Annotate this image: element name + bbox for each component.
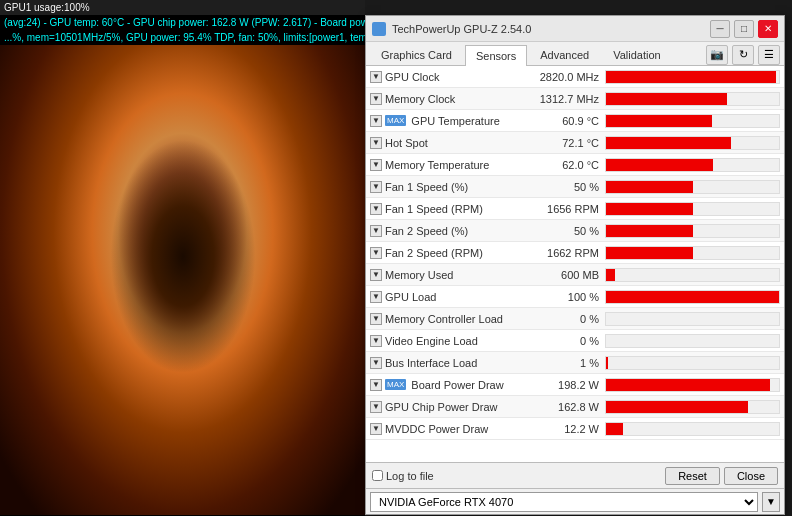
window-controls: ─ □ ✕ (710, 20, 778, 38)
sensor-name-text: Hot Spot (385, 137, 428, 149)
minimize-button[interactable]: ─ (710, 20, 730, 38)
menu-icon-button[interactable]: ☰ (758, 45, 780, 65)
sensor-value-cell: 72.1 °C (525, 137, 605, 149)
sensor-value-cell: 1 % (525, 357, 605, 369)
sensor-bar (606, 269, 615, 281)
sensor-value-cell: 50 % (525, 181, 605, 193)
sensor-row: ▼Memory Temperature62.0 °C (366, 154, 784, 176)
sensor-name-cell: ▼Memory Temperature (370, 159, 525, 171)
sensor-dropdown-btn[interactable]: ▼ (370, 247, 382, 259)
sensor-name-cell: ▼Fan 1 Speed (%) (370, 181, 525, 193)
sensor-name-text: Memory Used (385, 269, 453, 281)
sensor-dropdown-btn[interactable]: ▼ (370, 159, 382, 171)
sensor-dropdown-btn[interactable]: ▼ (370, 423, 382, 435)
sensor-bar (606, 159, 713, 171)
sensor-bar (606, 247, 693, 259)
sensor-dropdown-btn[interactable]: ▼ (370, 181, 382, 193)
sensor-value-cell: 0 % (525, 335, 605, 347)
sensor-bar (606, 357, 608, 369)
app-icon (372, 22, 386, 36)
sensor-value-cell: 1312.7 MHz (525, 93, 605, 105)
sensor-value-cell: 198.2 W (525, 379, 605, 391)
gpu-arrow-button[interactable]: ▼ (762, 492, 780, 512)
sensor-name-cell: ▼Memory Clock (370, 93, 525, 105)
sensor-row: ▼Video Engine Load0 % (366, 330, 784, 352)
sensor-row: ▼MAXBoard Power Draw198.2 W (366, 374, 784, 396)
refresh-icon-button[interactable]: ↻ (732, 45, 754, 65)
gpu-stats-line2: ...%, mem=10501MHz/5%, GPU power: 95.4% … (0, 30, 365, 45)
sensor-row: ▼GPU Chip Power Draw162.8 W (366, 396, 784, 418)
sensor-name-cell: ▼MAXBoard Power Draw (370, 379, 525, 391)
tab-graphics-card[interactable]: Graphics Card (370, 44, 463, 65)
log-to-file-label[interactable]: Log to file (372, 470, 434, 482)
sensor-dropdown-btn[interactable]: ▼ (370, 357, 382, 369)
tab-sensors[interactable]: Sensors (465, 45, 527, 66)
sensor-bar-container (605, 224, 780, 238)
sensor-name-text: Fan 1 Speed (%) (385, 181, 468, 193)
sensor-bar-container (605, 268, 780, 282)
sensor-name-text: GPU Load (385, 291, 436, 303)
tab-advanced[interactable]: Advanced (529, 44, 600, 65)
sensor-bar (606, 423, 623, 435)
sensor-name-text: GPU Clock (385, 71, 439, 83)
camera-icon-button[interactable]: 📷 (706, 45, 728, 65)
sensor-value-cell: 1662 RPM (525, 247, 605, 259)
reset-button[interactable]: Reset (665, 467, 720, 485)
gpu-usage-bar: GPU1 usage:100% (0, 0, 365, 15)
sensor-name-cell: ▼GPU Load (370, 291, 525, 303)
sensor-bar (606, 115, 712, 127)
sensor-dropdown-btn[interactable]: ▼ (370, 401, 382, 413)
sensor-bar-container (605, 400, 780, 414)
sensor-name-cell: ▼GPU Clock (370, 71, 525, 83)
sensor-bar-container (605, 70, 780, 84)
sensor-name-cell: ▼Hot Spot (370, 137, 525, 149)
sensor-dropdown-btn[interactable]: ▼ (370, 115, 382, 127)
sensor-dropdown-btn[interactable]: ▼ (370, 93, 382, 105)
log-to-file-checkbox[interactable] (372, 470, 383, 481)
sensor-name-cell: ▼Bus Interface Load (370, 357, 525, 369)
sensor-value-cell: 162.8 W (525, 401, 605, 413)
sensor-name-text: GPU Temperature (411, 115, 499, 127)
sensor-bar-container (605, 202, 780, 216)
sensor-dropdown-btn[interactable]: ▼ (370, 313, 382, 325)
sensor-name-cell: ▼Memory Used (370, 269, 525, 281)
sensor-dropdown-btn[interactable]: ▼ (370, 379, 382, 391)
sensor-dropdown-btn[interactable]: ▼ (370, 291, 382, 303)
gpu-select[interactable]: NVIDIA GeForce RTX 4070 (370, 492, 758, 512)
sensor-name-cell: ▼MAXGPU Temperature (370, 115, 525, 127)
sensor-name-text: Memory Controller Load (385, 313, 503, 325)
sensor-bar (606, 401, 748, 413)
sensor-dropdown-btn[interactable]: ▼ (370, 203, 382, 215)
sensor-dropdown-btn[interactable]: ▼ (370, 71, 382, 83)
sensor-name-cell: ▼Fan 1 Speed (RPM) (370, 203, 525, 215)
gpuz-window: TechPowerUp GPU-Z 2.54.0 ─ □ ✕ Graphics … (365, 15, 785, 515)
sensor-row: ▼Fan 1 Speed (%)50 % (366, 176, 784, 198)
close-button[interactable]: Close (724, 467, 778, 485)
sensor-name-text: Fan 1 Speed (RPM) (385, 203, 483, 215)
bottom-bar: Log to file Reset Close (366, 462, 784, 488)
sensor-dropdown-btn[interactable]: ▼ (370, 335, 382, 347)
restore-button[interactable]: □ (734, 20, 754, 38)
sensor-name-cell: ▼Video Engine Load (370, 335, 525, 347)
sensor-bar (606, 137, 731, 149)
sensor-dropdown-btn[interactable]: ▼ (370, 137, 382, 149)
sensor-row: ▼Hot Spot72.1 °C (366, 132, 784, 154)
sensor-name-text: Video Engine Load (385, 335, 478, 347)
sensor-row: ▼GPU Clock2820.0 MHz (366, 66, 784, 88)
close-window-button[interactable]: ✕ (758, 20, 778, 38)
sensor-bar-container (605, 246, 780, 260)
sensor-bar (606, 379, 770, 391)
sensor-dropdown-btn[interactable]: ▼ (370, 269, 382, 281)
sensor-dropdown-btn[interactable]: ▼ (370, 225, 382, 237)
sensor-name-text: Fan 2 Speed (RPM) (385, 247, 483, 259)
tab-validation[interactable]: Validation (602, 44, 672, 65)
sensor-badge: MAX (385, 379, 406, 390)
bottom-buttons: Reset Close (665, 467, 778, 485)
sensor-row: ▼MVDDC Power Draw12.2 W (366, 418, 784, 440)
sensor-name-text: GPU Chip Power Draw (385, 401, 497, 413)
sensor-name-cell: ▼MVDDC Power Draw (370, 423, 525, 435)
sensor-row: ▼Fan 2 Speed (%)50 % (366, 220, 784, 242)
sensor-row: ▼Memory Used600 MB (366, 264, 784, 286)
sensor-row: ▼Memory Controller Load0 % (366, 308, 784, 330)
sensor-row: ▼Memory Clock1312.7 MHz (366, 88, 784, 110)
